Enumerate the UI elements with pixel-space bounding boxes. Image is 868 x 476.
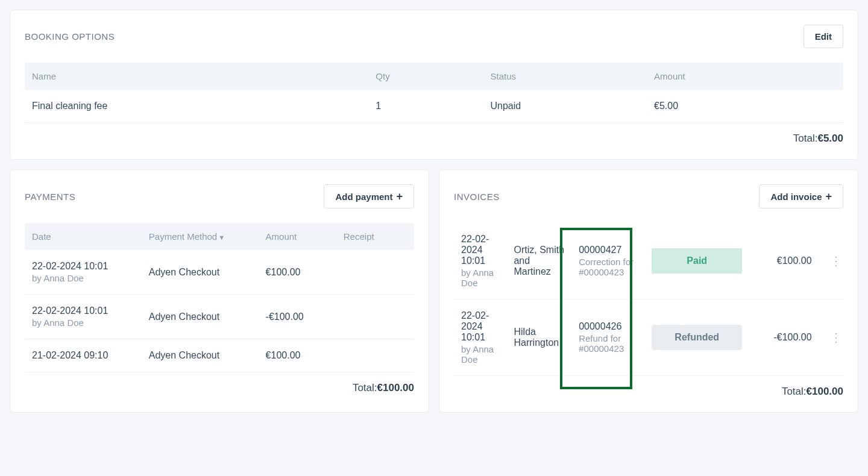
by-value: by Anna Doe [461, 268, 499, 288]
cell-amount: €5.00 [647, 90, 843, 123]
date-value: 22-02-2024 10:01 [32, 305, 134, 316]
invoices-title: INVOICES [454, 192, 500, 202]
booking-options-title: BOOKING OPTIONS [25, 31, 115, 42]
col-date: Date [25, 223, 142, 250]
cell-receipt [336, 250, 414, 295]
cell-date: 22-02-2024 10:01 by Anna Doe [454, 299, 506, 376]
by-value: by Anna Doe [461, 344, 499, 365]
cell-date: 22-02-2024 10:01 by Anna Doe [25, 295, 142, 339]
cell-amount: €100.00 [259, 250, 336, 295]
col-status: Status [483, 63, 647, 90]
edit-button[interactable]: Edit [804, 25, 843, 48]
cell-actions: ⋮ [819, 223, 843, 299]
total-label: Total: [353, 382, 377, 393]
payments-card: PAYMENTS Add payment + Date Payment Meth… [10, 169, 429, 413]
plus-icon: + [825, 191, 832, 202]
sort-caret-icon: ▼ [218, 234, 225, 241]
add-payment-button[interactable]: Add payment + [324, 184, 414, 208]
cell-method: Adyen Checkout [142, 250, 259, 295]
cell-customer: Hilda Harrington [506, 299, 571, 376]
total-value: €100.00 [807, 386, 843, 397]
more-icon[interactable]: ⋮ [826, 254, 846, 268]
add-payment-label: Add payment [335, 192, 392, 202]
status-badge: Paid [652, 248, 742, 274]
cell-customer: Ortiz, Smith and Martinez [506, 223, 571, 299]
payments-table: Date Payment Method▼ Amount Receipt 22-0… [25, 223, 414, 372]
cell-date: 22-02-2024 10:01 by Anna Doe [454, 223, 506, 299]
invoice-number: 00000426 [579, 321, 637, 332]
col-amount: Amount [259, 223, 336, 250]
cell-name: Final cleaning fee [25, 90, 368, 123]
booking-options-table: Name Qty Status Amount Final cleaning fe… [25, 63, 843, 123]
invoice-note: Refund for #00000423 [579, 333, 637, 354]
cell-amount: €100.00 [259, 339, 336, 372]
cell-status: Refunded [644, 299, 746, 376]
col-method-label: Payment Method [149, 231, 217, 242]
plus-icon: + [396, 191, 403, 202]
invoice-number: 00000427 [579, 245, 637, 255]
table-row: Final cleaning fee 1 Unpaid €5.00 [25, 90, 843, 123]
by-value: by Anna Doe [32, 273, 134, 283]
table-row: 22-02-2024 10:01 by Anna Doe Adyen Check… [25, 295, 414, 339]
cell-amount: €100.00 [746, 223, 819, 299]
payments-title: PAYMENTS [25, 192, 75, 202]
table-row: 22-02-2024 10:01 by Anna Doe Hilda Harri… [454, 299, 843, 376]
invoice-note: Correction for #00000423 [579, 257, 637, 277]
cell-amount: -€100.00 [259, 295, 336, 339]
add-invoice-button[interactable]: Add invoice + [759, 184, 843, 208]
status-badge: Refunded [652, 325, 742, 350]
cell-receipt [336, 339, 414, 372]
cell-status: Paid [644, 223, 746, 299]
invoices-table: 22-02-2024 10:01 by Anna Doe Ortiz, Smit… [454, 223, 843, 376]
col-amount: Amount [647, 63, 843, 90]
cell-actions: ⋮ [819, 299, 843, 376]
date-value: 22-02-2024 10:01 [461, 234, 499, 266]
table-row: 22-02-2024 10:01 by Anna Doe Adyen Check… [25, 250, 414, 295]
cell-amount: -€100.00 [746, 299, 819, 376]
cell-status: Unpaid [483, 90, 647, 123]
edit-button-label: Edit [815, 31, 832, 42]
invoices-card: INVOICES Add invoice + 22-02-2024 10:01 [439, 169, 858, 413]
booking-options-total: Total:€5.00 [25, 123, 843, 145]
cell-qty: 1 [368, 90, 483, 123]
invoices-total: Total:€100.00 [454, 376, 843, 398]
cell-number: 00000426 Refund for #00000423 [571, 299, 644, 376]
by-value: by Anna Doe [32, 318, 134, 328]
table-row: 22-02-2024 10:01 by Anna Doe Ortiz, Smit… [454, 223, 843, 299]
total-value: €100.00 [377, 382, 414, 393]
date-value: 21-02-2024 09:10 [32, 350, 134, 361]
cell-method: Adyen Checkout [142, 339, 259, 372]
total-label: Total: [793, 133, 818, 144]
add-invoice-label: Add invoice [770, 192, 822, 202]
table-row: 21-02-2024 09:10 Adyen Checkout €100.00 [25, 339, 414, 372]
total-value: €5.00 [817, 133, 843, 144]
col-receipt: Receipt [336, 223, 414, 250]
cell-method: Adyen Checkout [142, 295, 259, 339]
date-value: 22-02-2024 10:01 [461, 310, 499, 343]
cell-number: 00000427 Correction for #00000423 [571, 223, 644, 299]
cell-date: 22-02-2024 10:01 by Anna Doe [25, 250, 142, 295]
date-value: 22-02-2024 10:01 [32, 261, 134, 272]
total-label: Total: [782, 386, 807, 397]
col-name: Name [25, 63, 368, 90]
col-method[interactable]: Payment Method▼ [142, 223, 259, 250]
cell-date: 21-02-2024 09:10 [25, 339, 142, 372]
payments-total: Total:€100.00 [25, 372, 414, 394]
booking-options-card: BOOKING OPTIONS Edit Name Qty Status Amo… [10, 10, 858, 160]
more-icon[interactable]: ⋮ [826, 331, 846, 344]
cell-receipt [336, 295, 414, 339]
col-qty: Qty [368, 63, 483, 90]
